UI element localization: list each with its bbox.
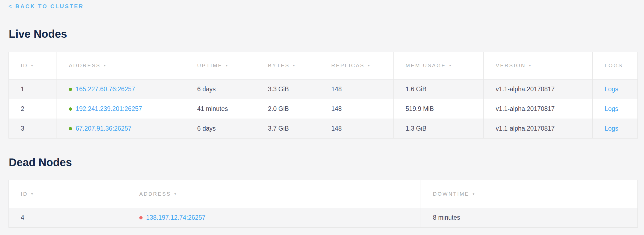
node-address-link[interactable]: 67.207.91.36:26257: [76, 125, 132, 132]
column-header-label: Address: [139, 191, 171, 197]
dead-nodes-title: Dead Nodes: [9, 156, 637, 169]
column-header-label: Mem Usage: [406, 63, 446, 68]
sort-arrow-icon: ▾: [31, 192, 34, 196]
column-header-logs: Logs: [593, 52, 638, 80]
column-header-id[interactable]: ID▾: [9, 52, 57, 80]
column-header-label: Version: [496, 63, 526, 68]
live-status-icon: [69, 88, 72, 91]
nodes-page: < BACK TO CLUSTER Live Nodes ID▾ Address…: [0, 0, 644, 228]
uptime-cell: 6 days: [185, 119, 256, 139]
sort-arrow-icon: ▾: [368, 63, 371, 67]
bytes-cell: 3.3 GiB: [256, 80, 319, 99]
column-header-uptime[interactable]: Uptime▾: [185, 52, 256, 80]
table-row: 4 138.197.12.74:26257 8 minutes: [9, 208, 638, 228]
back-to-cluster-link[interactable]: < BACK TO CLUSTER: [8, 3, 84, 10]
logs-cell: Logs: [593, 119, 638, 139]
column-header-id[interactable]: ID▾: [9, 180, 127, 208]
table-header-row: ID▾ Address▾ Downtime▾: [9, 180, 638, 208]
column-header-version[interactable]: Version▾: [484, 52, 593, 80]
table-row: 2 192.241.239.201:26257 41 minutes 2.0 G…: [9, 99, 638, 119]
sort-arrow-icon: ▾: [473, 192, 475, 196]
column-header-mem-usage[interactable]: Mem Usage▾: [394, 52, 484, 80]
sort-arrow-icon: ▾: [31, 63, 34, 67]
column-header-label: Uptime: [197, 63, 223, 68]
bytes-cell: 2.0 GiB: [256, 99, 319, 119]
dead-nodes-table: ID▾ Address▾ Downtime▾ 4 138.197.12.74:2…: [8, 180, 638, 228]
logs-link[interactable]: Logs: [605, 125, 618, 132]
table-row: 1 165.227.60.76:26257 6 days 3.3 GiB 148…: [9, 80, 638, 99]
replicas-cell: 148: [319, 80, 394, 99]
id-cell: 2: [9, 99, 57, 119]
version-cell: v1.1-alpha.20170817: [484, 80, 593, 99]
column-header-bytes[interactable]: Bytes▾: [256, 52, 319, 80]
column-header-label: Downtime: [433, 191, 469, 197]
node-address-link[interactable]: 138.197.12.74:26257: [146, 214, 205, 221]
uptime-cell: 41 minutes: [185, 99, 256, 119]
bytes-cell: 3.7 GiB: [256, 119, 319, 139]
dead-status-icon: [139, 216, 143, 219]
live-status-icon: [69, 127, 72, 130]
id-cell: 1: [9, 80, 57, 99]
column-header-label: Bytes: [268, 63, 290, 68]
logs-link[interactable]: Logs: [605, 86, 618, 93]
column-header-address[interactable]: Address▾: [127, 180, 421, 208]
column-header-address[interactable]: Address▾: [57, 52, 185, 80]
column-header-label: Replicas: [331, 63, 365, 68]
column-header-downtime[interactable]: Downtime▾: [421, 180, 638, 208]
column-header-replicas[interactable]: Replicas▾: [319, 52, 394, 80]
table-row: 3 67.207.91.36:26257 6 days 3.7 GiB 148 …: [9, 119, 638, 139]
address-cell: 138.197.12.74:26257: [127, 208, 421, 228]
replicas-cell: 148: [319, 99, 394, 119]
column-header-label: Address: [69, 63, 101, 68]
address-cell: 192.241.239.201:26257: [57, 99, 185, 119]
table-header-row: ID▾ Address▾ Uptime▾ Bytes▾ Replicas▾ Me…: [9, 52, 638, 80]
replicas-cell: 148: [319, 119, 394, 139]
sort-arrow-icon: ▾: [174, 192, 177, 196]
address-cell: 165.227.60.76:26257: [57, 80, 185, 99]
sort-arrow-icon: ▾: [104, 63, 107, 67]
version-cell: v1.1-alpha.20170817: [484, 99, 593, 119]
sort-arrow-icon: ▾: [529, 63, 532, 67]
uptime-cell: 6 days: [185, 80, 256, 99]
live-status-icon: [69, 107, 72, 111]
node-address-link[interactable]: 192.241.239.201:26257: [76, 105, 142, 112]
live-nodes-title: Live Nodes: [9, 28, 637, 40]
node-address-link[interactable]: 165.227.60.76:26257: [76, 86, 135, 93]
logs-cell: Logs: [593, 99, 638, 119]
id-cell: 3: [9, 119, 57, 139]
sort-arrow-icon: ▾: [293, 63, 296, 67]
column-header-label: Logs: [605, 63, 623, 68]
mem-usage-cell: 519.9 MiB: [394, 99, 484, 119]
logs-cell: Logs: [593, 80, 638, 99]
live-nodes-table: ID▾ Address▾ Uptime▾ Bytes▾ Replicas▾ Me…: [8, 52, 638, 139]
column-header-label: ID: [21, 191, 28, 197]
address-cell: 67.207.91.36:26257: [57, 119, 185, 139]
downtime-cell: 8 minutes: [421, 208, 638, 228]
sort-arrow-icon: ▾: [449, 63, 452, 67]
sort-arrow-icon: ▾: [226, 63, 229, 67]
logs-link[interactable]: Logs: [605, 105, 618, 112]
id-cell: 4: [9, 208, 127, 228]
mem-usage-cell: 1.6 GiB: [394, 80, 484, 99]
mem-usage-cell: 1.3 GiB: [394, 119, 484, 139]
version-cell: v1.1-alpha.20170817: [484, 119, 593, 139]
column-header-label: ID: [21, 63, 28, 68]
